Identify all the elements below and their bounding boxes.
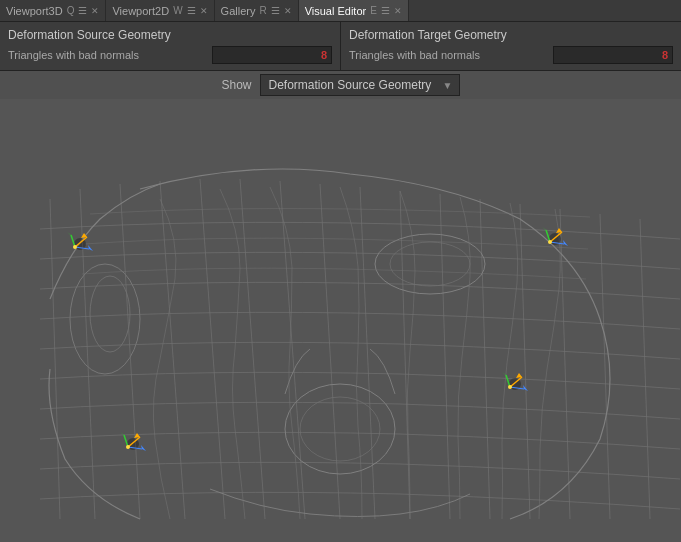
show-dropdown-value: Deformation Source Geometry — [269, 78, 432, 92]
left-panel-bad-count: 8 — [321, 49, 327, 61]
tab-gallery-menu[interactable]: ☰ — [271, 5, 280, 16]
tab-viewport2d-label: Viewport2D — [112, 5, 169, 17]
left-panel-value-box: 8 — [212, 46, 332, 64]
tab-bar: Viewport3D Q ☰ ✕ Viewport2D W ☰ ✕ Galler… — [0, 0, 681, 22]
right-panel-title: Deformation Target Geometry — [349, 28, 673, 42]
show-bar: Show Deformation Source Geometry ▼ — [0, 71, 681, 99]
tab-viewport2d-menu[interactable]: ☰ — [187, 5, 196, 16]
chevron-down-icon: ▼ — [443, 80, 453, 91]
right-panel-value-box: 8 — [553, 46, 673, 64]
tab-viewport3d-label: Viewport3D — [6, 5, 63, 17]
tab-viewport2d-close[interactable]: ✕ — [200, 6, 208, 16]
tab-viewport2d-shortcut: W — [173, 5, 182, 16]
right-panel-label: Triangles with bad normals — [349, 49, 547, 61]
tab-gallery-close[interactable]: ✕ — [284, 6, 292, 16]
tab-viewport3d[interactable]: Viewport3D Q ☰ ✕ — [0, 0, 106, 21]
tab-viewport2d[interactable]: Viewport2D W ☰ ✕ — [106, 0, 214, 21]
svg-point-46 — [508, 385, 512, 389]
svg-point-30 — [73, 245, 77, 249]
show-label: Show — [221, 78, 251, 92]
tab-gallery-shortcut: R — [259, 5, 266, 16]
left-panel-label: Triangles with bad normals — [8, 49, 206, 61]
tab-viewport3d-close[interactable]: ✕ — [91, 6, 99, 16]
tab-visual-editor-label: Visual Editor — [305, 5, 367, 17]
left-panel-title: Deformation Source Geometry — [8, 28, 332, 42]
svg-point-54 — [126, 445, 130, 449]
show-dropdown[interactable]: Deformation Source Geometry ▼ — [260, 74, 460, 96]
tab-gallery-label: Gallery — [221, 5, 256, 17]
left-panel: Deformation Source Geometry Triangles wi… — [0, 22, 341, 70]
mesh-svg — [0, 99, 681, 522]
tab-viewport3d-shortcut: Q — [67, 5, 75, 16]
viewport[interactable] — [0, 99, 681, 522]
right-panel: Deformation Target Geometry Triangles wi… — [341, 22, 681, 70]
tab-visual-editor-shortcut: E — [370, 5, 377, 16]
tab-visual-editor-menu[interactable]: ☰ — [381, 5, 390, 16]
right-panel-bad-count: 8 — [662, 49, 668, 61]
right-panel-row: Triangles with bad normals 8 — [349, 46, 673, 64]
tab-gallery[interactable]: Gallery R ☰ ✕ — [215, 0, 299, 21]
tab-visual-editor[interactable]: Visual Editor E ☰ ✕ — [299, 0, 409, 21]
svg-point-38 — [548, 240, 552, 244]
svg-rect-0 — [0, 99, 681, 522]
left-panel-row: Triangles with bad normals 8 — [8, 46, 332, 64]
tab-viewport3d-menu[interactable]: ☰ — [78, 5, 87, 16]
tab-visual-editor-close[interactable]: ✕ — [394, 6, 402, 16]
top-panels: Deformation Source Geometry Triangles wi… — [0, 22, 681, 71]
